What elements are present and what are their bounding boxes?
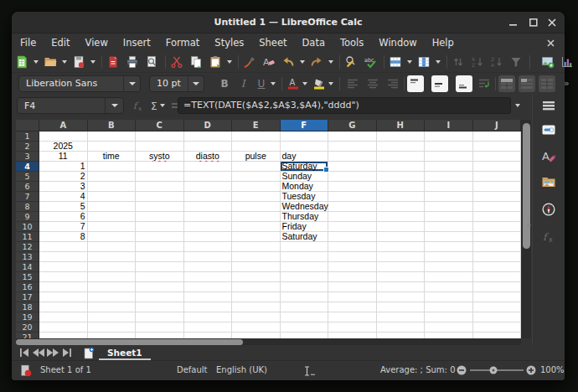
last-sheet-icon[interactable] bbox=[59, 346, 74, 359]
name-box-dropdown[interactable] bbox=[105, 98, 123, 113]
cell-E17[interactable] bbox=[232, 292, 281, 302]
cell-I2[interactable] bbox=[425, 142, 473, 152]
cell-J14[interactable] bbox=[473, 262, 522, 272]
sheet-tab-sheet1[interactable]: Sheet1 bbox=[99, 345, 151, 360]
cell-H11[interactable] bbox=[377, 232, 426, 242]
cell-G5[interactable] bbox=[328, 172, 377, 182]
cell-B9[interactable] bbox=[88, 212, 137, 222]
cell-I19[interactable] bbox=[425, 312, 473, 322]
cell-G18[interactable] bbox=[328, 302, 377, 312]
bold-button[interactable]: B bbox=[216, 78, 233, 90]
cell-J7[interactable] bbox=[473, 192, 522, 202]
formula-input[interactable]: =TEXT(DATE($A$2,$A$3,$A4),"dddd") bbox=[178, 97, 511, 114]
cell-J8[interactable] bbox=[473, 202, 522, 212]
minimize-button[interactable] bbox=[504, 12, 523, 34]
select-all-corner[interactable] bbox=[16, 120, 39, 132]
cell-I20[interactable] bbox=[425, 322, 473, 333]
cell-F18[interactable] bbox=[281, 302, 329, 312]
close-document-icon[interactable] bbox=[544, 36, 557, 49]
cell-E13[interactable] bbox=[232, 252, 281, 262]
zoom-out-icon[interactable] bbox=[457, 365, 467, 384]
cut-icon[interactable] bbox=[168, 54, 185, 70]
cell-G13[interactable] bbox=[328, 252, 377, 262]
cell-I14[interactable] bbox=[425, 262, 473, 272]
functions-icon[interactable]: fx bbox=[540, 229, 557, 245]
toolbar2-overflow-icon[interactable]: » bbox=[564, 78, 569, 89]
save-icon[interactable] bbox=[70, 54, 87, 70]
cell-E20[interactable] bbox=[232, 322, 281, 333]
wrap-text-icon[interactable] bbox=[476, 75, 493, 92]
highlight-color-dropdown[interactable] bbox=[328, 75, 334, 92]
cell-B11[interactable] bbox=[88, 232, 137, 242]
select-sum-dropdown[interactable] bbox=[159, 97, 166, 114]
cell-H17[interactable] bbox=[377, 292, 426, 302]
align-top-button[interactable] bbox=[407, 75, 424, 92]
cell-G10[interactable] bbox=[328, 222, 377, 232]
menu-help[interactable]: Help bbox=[425, 34, 462, 52]
cell-B7[interactable] bbox=[88, 192, 137, 202]
cell-H6[interactable] bbox=[377, 182, 426, 192]
maximize-button[interactable] bbox=[524, 12, 543, 34]
cell-D5[interactable] bbox=[184, 172, 233, 182]
cell-I10[interactable] bbox=[425, 222, 473, 232]
cell-H5[interactable] bbox=[377, 172, 426, 182]
properties-icon[interactable] bbox=[540, 121, 557, 138]
cell-A11[interactable]: 8 bbox=[39, 232, 88, 242]
cell-G15[interactable] bbox=[328, 272, 377, 282]
cell-C4[interactable] bbox=[136, 162, 184, 172]
cell-D18[interactable] bbox=[184, 302, 233, 312]
first-sheet-icon[interactable] bbox=[17, 346, 31, 359]
autofilter-icon[interactable] bbox=[508, 54, 524, 70]
cell-A16[interactable] bbox=[39, 282, 88, 292]
cell-I8[interactable] bbox=[425, 202, 473, 212]
cell-J12[interactable] bbox=[473, 242, 522, 252]
cell-A12[interactable] bbox=[39, 242, 88, 252]
row-header-13[interactable]: 13 bbox=[16, 252, 39, 262]
cell-J2[interactable] bbox=[473, 142, 522, 152]
column-header-C[interactable]: C bbox=[136, 120, 184, 132]
row-header-20[interactable]: 20 bbox=[16, 322, 39, 333]
cell-D20[interactable] bbox=[184, 322, 233, 333]
cell-E4[interactable] bbox=[232, 162, 281, 172]
row-header-5[interactable]: 5 bbox=[16, 172, 39, 182]
row-header-14[interactable]: 14 bbox=[16, 262, 39, 272]
paste-dropdown[interactable] bbox=[226, 54, 233, 70]
cell-C3[interactable]: systo bbox=[136, 152, 184, 162]
column-header-D[interactable]: D bbox=[184, 120, 233, 132]
sort-descending-icon[interactable]: ZA bbox=[488, 54, 505, 70]
cell-J18[interactable] bbox=[473, 302, 522, 312]
average-sum[interactable]: Average: ; Sum: 0 bbox=[380, 361, 456, 379]
cell-D1[interactable] bbox=[184, 132, 233, 142]
cell-D17[interactable] bbox=[184, 292, 233, 302]
cell-F19[interactable] bbox=[281, 312, 329, 322]
column-header-H[interactable]: H bbox=[377, 120, 426, 132]
paste-icon[interactable] bbox=[207, 54, 224, 70]
open-dropdown[interactable] bbox=[61, 54, 68, 70]
align-center-icon[interactable] bbox=[364, 75, 381, 92]
row-header-17[interactable]: 17 bbox=[16, 292, 39, 302]
cell-D8[interactable] bbox=[184, 202, 233, 212]
menu-sheet[interactable]: Sheet bbox=[251, 34, 294, 52]
cell-I3[interactable] bbox=[425, 152, 473, 162]
cell-I7[interactable] bbox=[425, 192, 473, 202]
cell-C6[interactable] bbox=[136, 182, 184, 192]
cell-I11[interactable] bbox=[425, 232, 473, 242]
cell-H8[interactable] bbox=[377, 202, 426, 212]
row-header-9[interactable]: 9 bbox=[16, 212, 39, 222]
column-header-I[interactable]: I bbox=[425, 120, 473, 132]
row-header-6[interactable]: 6 bbox=[16, 182, 39, 192]
cell-D19[interactable] bbox=[184, 312, 233, 322]
menu-window[interactable]: Window bbox=[371, 34, 424, 52]
cell-C7[interactable] bbox=[136, 192, 184, 202]
cell-J16[interactable] bbox=[473, 282, 522, 292]
font-size-dropdown[interactable] bbox=[188, 76, 204, 91]
cell-A18[interactable] bbox=[39, 302, 88, 312]
cell-D3[interactable]: diasto bbox=[184, 152, 233, 162]
cell-D15[interactable] bbox=[184, 272, 233, 282]
cell-E10[interactable] bbox=[232, 222, 281, 232]
export-pdf-icon[interactable] bbox=[105, 54, 121, 70]
cell-F12[interactable] bbox=[281, 242, 329, 252]
cell-J21[interactable] bbox=[473, 333, 522, 338]
cell-I13[interactable] bbox=[425, 252, 473, 262]
cell-B4[interactable] bbox=[88, 162, 137, 172]
